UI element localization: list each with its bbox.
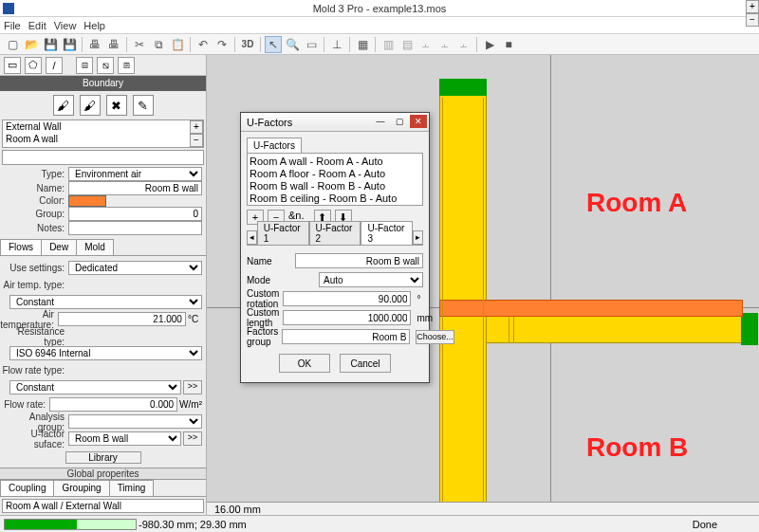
list-remove-icon[interactable]: − — [190, 134, 203, 147]
tab-flows[interactable]: Flows — [0, 239, 42, 255]
list-item[interactable]: Room A floor - Room A - Auto — [250, 168, 420, 180]
library-button[interactable]: Library — [65, 451, 141, 464]
print-preview-icon[interactable]: 🖶 — [105, 36, 122, 53]
intersect-icon[interactable]: ⧆ — [118, 57, 135, 74]
zoom-icon[interactable]: 🔍 — [284, 36, 301, 53]
flow-rate-type-select[interactable]: Constant — [9, 380, 181, 394]
mesh-icon[interactable]: ▦ — [354, 36, 371, 53]
open-icon[interactable]: 📂 — [23, 36, 40, 53]
stop-icon[interactable]: ■ — [500, 36, 517, 53]
ufactor-surface-select[interactable]: Room B wall — [68, 431, 181, 446]
redo-icon[interactable]: ↷ — [213, 36, 231, 53]
close-icon[interactable]: ✕ — [410, 115, 427, 128]
boundary-list[interactable]: External Wall Room A wall Room A floor R… — [2, 119, 204, 148]
ok-button[interactable]: OK — [279, 354, 330, 373]
subtab-next-icon[interactable]: ▸ — [413, 230, 423, 245]
run-icon[interactable]: ▶ — [481, 36, 498, 53]
menu-view[interactable]: View — [54, 20, 77, 31]
brush-delete-icon[interactable]: ✖ — [106, 95, 127, 116]
pan-icon[interactable]: ▭ — [303, 36, 320, 53]
name-input[interactable] — [68, 181, 202, 195]
floor-band[interactable] — [439, 300, 743, 317]
brush-remove-icon[interactable]: 🖌 — [80, 95, 101, 116]
dlg-length-unit: mm — [415, 313, 433, 323]
flow-rate-type-label: Flow rate type: — [0, 365, 68, 376]
tab-grouping[interactable]: Grouping — [53, 480, 109, 496]
result1-icon[interactable]: ▥ — [380, 36, 397, 53]
subtract-icon[interactable]: ⧅ — [97, 57, 114, 74]
list-item[interactable]: External Wall — [3, 120, 203, 133]
wall-horizontal[interactable] — [486, 315, 742, 343]
color-swatch[interactable] — [68, 195, 106, 207]
poly-tool-icon[interactable]: ⬠ — [25, 57, 42, 74]
brush-add-icon[interactable]: 🖌 — [53, 95, 74, 116]
dialog-tab-ufactors[interactable]: U-Factors — [247, 138, 302, 153]
sublist-box[interactable]: + − — [2, 150, 204, 165]
cap-right[interactable] — [741, 313, 758, 345]
list-item[interactable]: Room A wall - Room A - Auto — [250, 156, 420, 168]
notes-input[interactable] — [68, 221, 202, 235]
chart2-icon[interactable]: ⫠ — [436, 36, 454, 53]
print-icon[interactable]: 🖶 — [86, 36, 103, 53]
air-temp-type-select[interactable]: Constant — [9, 295, 202, 309]
dlg-mode-select[interactable]: Auto — [319, 272, 423, 287]
list-add-icon[interactable]: + — [190, 120, 203, 134]
tab-timing[interactable]: Timing — [109, 480, 155, 496]
list-item[interactable]: Room A wall — [3, 133, 203, 145]
subtab-1[interactable]: U-Factor 1 — [257, 221, 309, 245]
tab-mold[interactable]: Mold — [76, 239, 114, 255]
notes-label: Notes: — [0, 223, 68, 233]
union-icon[interactable]: ⧇ — [76, 57, 93, 74]
copy-icon[interactable]: ⧉ — [150, 36, 167, 53]
type-select[interactable]: Environment air — [68, 167, 202, 181]
subtab-prev-icon[interactable]: ◂ — [247, 230, 257, 245]
new-icon[interactable]: ▢ — [4, 36, 21, 53]
dlg-length-input[interactable] — [283, 310, 411, 325]
save-icon[interactable]: 💾 — [42, 36, 59, 53]
status-coords: -980.30 mm; 29.30 mm — [139, 519, 247, 530]
dialog-titlebar[interactable]: U-Factors — ▢ ✕ — [241, 113, 429, 132]
rect-tool-icon[interactable]: ▭ — [4, 57, 21, 74]
choose-button[interactable]: Choose... — [416, 330, 454, 344]
measure-icon[interactable]: ⊥ — [328, 36, 345, 53]
flow-rate-type-more[interactable]: >> — [183, 380, 202, 394]
chart3-icon[interactable]: ⫠ — [455, 36, 472, 53]
dlg-rotation-input[interactable] — [283, 291, 411, 306]
menu-help[interactable]: Help — [83, 20, 105, 31]
chart1-icon[interactable]: ⫠ — [417, 36, 435, 53]
maximize-icon[interactable]: ▢ — [391, 115, 408, 128]
menu-file[interactable]: File — [4, 20, 21, 31]
tab-dew[interactable]: Dew — [41, 239, 77, 255]
ufactor-surface-more[interactable]: >> — [183, 431, 202, 446]
save-as-icon[interactable]: 💾 — [61, 36, 78, 53]
cap-top[interactable] — [439, 79, 487, 96]
tab-coupling[interactable]: Coupling — [0, 480, 54, 496]
pointer-icon[interactable]: ↖ — [265, 36, 282, 53]
coupling-item[interactable]: Room A wall / External Wall — [3, 500, 203, 512]
group-input[interactable] — [68, 207, 202, 221]
menu-edit[interactable]: Edit — [28, 20, 46, 31]
dlg-factors-group-input[interactable] — [282, 329, 410, 344]
result2-icon[interactable]: ▤ — [398, 36, 416, 53]
line-tool-icon[interactable]: / — [46, 57, 63, 74]
subtab-2[interactable]: U-Factor 2 — [309, 221, 361, 245]
undo-icon[interactable]: ↶ — [194, 36, 212, 53]
flow-rate-input[interactable] — [49, 397, 177, 412]
3d-toggle[interactable]: 3D — [239, 36, 256, 53]
cut-icon[interactable]: ✂ — [131, 36, 148, 53]
paste-icon[interactable]: 📋 — [169, 36, 186, 53]
list-item[interactable]: Room B ceiling - Room B - Auto — [250, 193, 420, 205]
list-item[interactable]: Room A floor — [3, 145, 203, 148]
cancel-button[interactable]: Cancel — [340, 354, 391, 373]
analysis-group-select[interactable] — [68, 414, 202, 429]
subtab-3[interactable]: U-Factor 3 — [361, 221, 413, 245]
dlg-name-input[interactable] — [295, 253, 423, 268]
list-item[interactable]: Room B wall - Room B - Auto — [250, 180, 420, 193]
minimize-icon[interactable]: — — [372, 115, 389, 128]
use-settings-select[interactable]: Dedicated — [68, 261, 202, 275]
resistance-type-select[interactable]: ISO 6946 Internal — [9, 346, 202, 360]
picker-icon[interactable]: ✎ — [133, 95, 154, 116]
dialog-list[interactable]: Room A wall - Room A - Auto Room A floor… — [247, 153, 423, 206]
air-temperature-input[interactable] — [58, 312, 186, 326]
coupling-list[interactable]: Room A wall / External Wall + − — [2, 499, 204, 513]
